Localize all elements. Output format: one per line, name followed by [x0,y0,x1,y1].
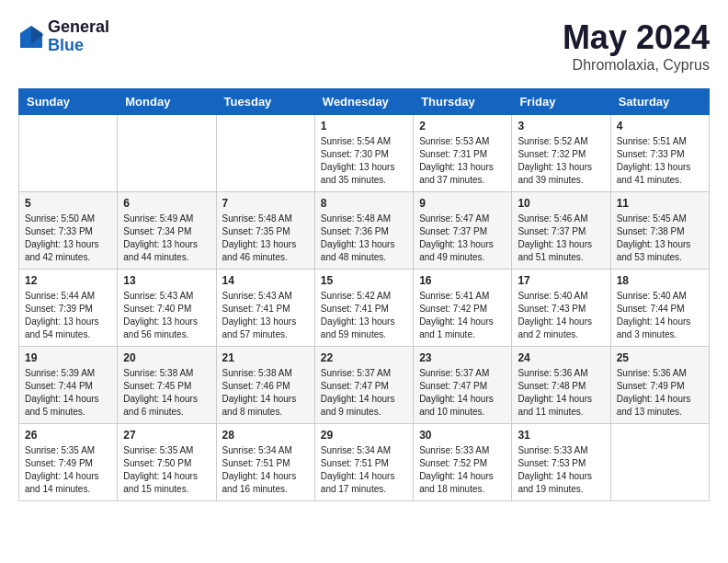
day-info: Sunrise: 5:41 AM Sunset: 7:42 PM Dayligh… [419,290,506,341]
day-number: 9 [419,197,506,210]
day-number: 28 [222,429,309,442]
month-title: May 2024 [563,18,710,57]
calendar-week-row: 5Sunrise: 5:50 AM Sunset: 7:33 PM Daylig… [19,192,710,270]
calendar-cell: 28Sunrise: 5:34 AM Sunset: 7:51 PM Dayli… [216,424,314,501]
day-number: 25 [617,351,703,364]
day-number: 22 [321,351,407,364]
day-info: Sunrise: 5:44 AM Sunset: 7:39 PM Dayligh… [25,290,111,341]
day-info: Sunrise: 5:52 AM Sunset: 7:32 PM Dayligh… [518,135,604,187]
day-number: 3 [518,120,604,132]
logo: General Blue [18,18,109,55]
calendar-cell [19,115,118,192]
page-header: General Blue May 2024 Dhromolaxia, Cypru… [18,18,710,74]
day-info: Sunrise: 5:48 AM Sunset: 7:35 PM Dayligh… [222,213,309,264]
day-info: Sunrise: 5:40 AM Sunset: 7:43 PM Dayligh… [518,290,604,341]
logo-icon [18,24,44,50]
calendar-cell: 11Sunrise: 5:45 AM Sunset: 7:38 PM Dayli… [610,192,709,270]
calendar-cell: 7Sunrise: 5:48 AM Sunset: 7:35 PM Daylig… [216,192,314,270]
calendar-cell [216,115,314,192]
day-number: 24 [518,351,604,364]
calendar-cell: 2Sunrise: 5:53 AM Sunset: 7:31 PM Daylig… [414,115,512,192]
day-info: Sunrise: 5:34 AM Sunset: 7:51 PM Dayligh… [321,444,407,496]
day-info: Sunrise: 5:33 AM Sunset: 7:53 PM Dayligh… [518,444,604,496]
day-info: Sunrise: 5:45 AM Sunset: 7:38 PM Dayligh… [617,213,703,264]
day-info: Sunrise: 5:33 AM Sunset: 7:52 PM Dayligh… [419,444,506,496]
day-number: 6 [123,197,210,210]
day-number: 20 [123,351,210,364]
calendar-cell: 18Sunrise: 5:40 AM Sunset: 7:44 PM Dayli… [610,270,709,347]
day-number: 11 [617,197,703,210]
day-info: Sunrise: 5:50 AM Sunset: 7:33 PM Dayligh… [25,213,111,264]
day-number: 8 [321,197,407,210]
logo-general-text: General [48,18,109,37]
day-number: 23 [419,351,506,364]
day-number: 27 [123,429,210,442]
calendar-cell: 14Sunrise: 5:43 AM Sunset: 7:41 PM Dayli… [216,270,314,347]
calendar-cell: 4Sunrise: 5:51 AM Sunset: 7:33 PM Daylig… [610,115,709,192]
calendar-cell: 13Sunrise: 5:43 AM Sunset: 7:40 PM Dayli… [118,270,216,347]
day-info: Sunrise: 5:46 AM Sunset: 7:37 PM Dayligh… [518,213,604,264]
calendar-cell: 22Sunrise: 5:37 AM Sunset: 7:47 PM Dayli… [314,347,413,424]
weekday-header-row: SundayMondayTuesdayWednesdayThursdayFrid… [19,89,710,115]
logo-text: General Blue [48,18,109,55]
weekday-header-saturday: Saturday [610,89,709,115]
calendar-cell: 17Sunrise: 5:40 AM Sunset: 7:43 PM Dayli… [512,270,610,347]
calendar-cell: 26Sunrise: 5:35 AM Sunset: 7:49 PM Dayli… [19,424,118,501]
calendar-cell: 12Sunrise: 5:44 AM Sunset: 7:39 PM Dayli… [19,270,118,347]
calendar-cell: 19Sunrise: 5:39 AM Sunset: 7:44 PM Dayli… [19,347,118,424]
calendar-cell: 24Sunrise: 5:36 AM Sunset: 7:48 PM Dayli… [512,347,610,424]
calendar-week-row: 1Sunrise: 5:54 AM Sunset: 7:30 PM Daylig… [19,115,710,192]
day-info: Sunrise: 5:36 AM Sunset: 7:49 PM Dayligh… [617,367,703,419]
day-info: Sunrise: 5:54 AM Sunset: 7:30 PM Dayligh… [321,135,407,187]
day-number: 15 [321,274,407,287]
day-number: 17 [518,274,604,287]
calendar-week-row: 26Sunrise: 5:35 AM Sunset: 7:49 PM Dayli… [19,424,710,501]
day-info: Sunrise: 5:34 AM Sunset: 7:51 PM Dayligh… [222,444,309,496]
day-number: 7 [222,197,309,210]
logo-blue-text: Blue [48,37,109,55]
day-number: 12 [25,274,111,287]
day-info: Sunrise: 5:37 AM Sunset: 7:47 PM Dayligh… [321,367,407,419]
day-number: 30 [419,429,506,442]
day-number: 26 [25,429,111,442]
day-number: 31 [518,429,604,442]
day-info: Sunrise: 5:53 AM Sunset: 7:31 PM Dayligh… [419,135,506,187]
day-number: 10 [518,197,604,210]
title-section: May 2024 Dhromolaxia, Cyprus [563,18,710,74]
day-number: 2 [419,120,506,132]
calendar-cell: 21Sunrise: 5:38 AM Sunset: 7:46 PM Dayli… [216,347,314,424]
weekday-header-friday: Friday [512,89,610,115]
day-info: Sunrise: 5:48 AM Sunset: 7:36 PM Dayligh… [321,213,407,264]
day-number: 18 [617,274,703,287]
day-number: 5 [25,197,111,210]
calendar-cell: 25Sunrise: 5:36 AM Sunset: 7:49 PM Dayli… [610,347,709,424]
calendar-cell: 31Sunrise: 5:33 AM Sunset: 7:53 PM Dayli… [512,424,610,501]
calendar-cell: 10Sunrise: 5:46 AM Sunset: 7:37 PM Dayli… [512,192,610,270]
day-number: 16 [419,274,506,287]
day-number: 14 [222,274,309,287]
calendar-cell: 15Sunrise: 5:42 AM Sunset: 7:41 PM Dayli… [314,270,413,347]
weekday-header-wednesday: Wednesday [314,89,413,115]
day-number: 19 [25,351,111,364]
day-info: Sunrise: 5:35 AM Sunset: 7:50 PM Dayligh… [123,444,210,496]
calendar-week-row: 19Sunrise: 5:39 AM Sunset: 7:44 PM Dayli… [19,347,710,424]
calendar-cell: 23Sunrise: 5:37 AM Sunset: 7:47 PM Dayli… [414,347,512,424]
weekday-header-monday: Monday [118,89,216,115]
calendar-cell: 3Sunrise: 5:52 AM Sunset: 7:32 PM Daylig… [512,115,610,192]
calendar-cell: 20Sunrise: 5:38 AM Sunset: 7:45 PM Dayli… [118,347,216,424]
day-info: Sunrise: 5:51 AM Sunset: 7:33 PM Dayligh… [617,135,703,187]
day-info: Sunrise: 5:43 AM Sunset: 7:40 PM Dayligh… [123,290,210,341]
day-info: Sunrise: 5:49 AM Sunset: 7:34 PM Dayligh… [123,213,210,264]
location-title: Dhromolaxia, Cyprus [563,57,710,74]
calendar-cell: 30Sunrise: 5:33 AM Sunset: 7:52 PM Dayli… [414,424,512,501]
calendar-cell: 27Sunrise: 5:35 AM Sunset: 7:50 PM Dayli… [118,424,216,501]
calendar-cell: 1Sunrise: 5:54 AM Sunset: 7:30 PM Daylig… [314,115,413,192]
calendar-cell [610,424,709,501]
day-info: Sunrise: 5:42 AM Sunset: 7:41 PM Dayligh… [321,290,407,341]
calendar-cell: 29Sunrise: 5:34 AM Sunset: 7:51 PM Dayli… [314,424,413,501]
day-info: Sunrise: 5:40 AM Sunset: 7:44 PM Dayligh… [617,290,703,341]
weekday-header-tuesday: Tuesday [216,89,314,115]
day-info: Sunrise: 5:35 AM Sunset: 7:49 PM Dayligh… [25,444,111,496]
day-info: Sunrise: 5:36 AM Sunset: 7:48 PM Dayligh… [518,367,604,419]
calendar-cell: 16Sunrise: 5:41 AM Sunset: 7:42 PM Dayli… [414,270,512,347]
